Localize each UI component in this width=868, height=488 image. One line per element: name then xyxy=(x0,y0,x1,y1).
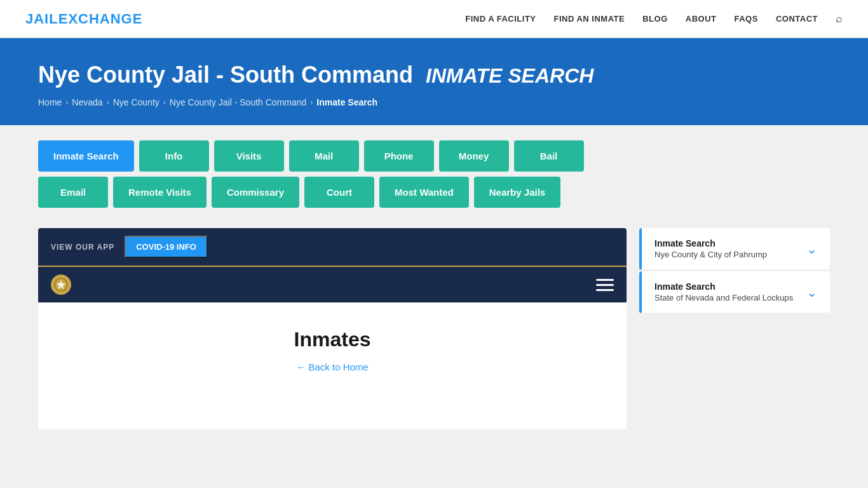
breadcrumb-sep-4: › xyxy=(310,98,313,107)
nav-find-inmate[interactable]: FIND AN INMATE xyxy=(554,14,625,24)
breadcrumb: Home › Nevada › Nye County › Nye County … xyxy=(38,97,830,107)
sidebar-card-1: Inmate Search Nye County & City of Pahru… xyxy=(639,228,830,270)
header: JAILEXCHANGE FIND A FACILITY FIND AN INM… xyxy=(0,0,868,38)
logo-x: E xyxy=(58,11,69,27)
tab-remote-visits[interactable]: Remote Visits xyxy=(113,177,207,208)
page-title: Nye County Jail - South Command INMATE S… xyxy=(38,61,830,88)
sidebar-item-1[interactable]: Inmate Search Nye County & City of Pahru… xyxy=(639,228,830,270)
tab-court[interactable]: Court xyxy=(304,177,374,208)
tab-most-wanted[interactable]: Most Wanted xyxy=(379,177,469,208)
content-section: VIEW OUR APP COVID-19 INFO Inmates ← Bac… xyxy=(0,213,868,455)
badge-icon xyxy=(51,274,71,295)
hamburger-menu[interactable] xyxy=(596,279,614,291)
sidebar-item-sub-1: Nye County & City of Pahrump xyxy=(654,250,767,259)
sidebar-item-text-1: Inmate Search Nye County & City of Pahru… xyxy=(654,238,767,259)
main-nav: FIND A FACILITY FIND AN INMATE BLOG ABOU… xyxy=(465,12,843,25)
nav-about[interactable]: ABOUT xyxy=(686,14,717,24)
iframe-body: Inmates ← Back to Home xyxy=(38,302,627,430)
tab-money[interactable]: Money xyxy=(439,140,509,172)
main-content: VIEW OUR APP COVID-19 INFO Inmates ← Bac… xyxy=(38,228,627,430)
iframe-nav-bar xyxy=(38,266,627,302)
sidebar-card-2: Inmate Search State of Nevada and Federa… xyxy=(639,271,830,313)
logo-exchange: XCHANGE xyxy=(68,11,142,27)
view-app-label: VIEW OUR APP xyxy=(51,243,114,252)
hero-title-suffix: INMATE SEARCH xyxy=(426,64,593,87)
breadcrumb-sep-3: › xyxy=(163,98,166,107)
tab-inmate-search[interactable]: Inmate Search xyxy=(38,140,134,172)
breadcrumb-home[interactable]: Home xyxy=(38,97,62,107)
nav-blog[interactable]: BLOG xyxy=(642,14,668,24)
sidebar-item-title-2: Inmate Search xyxy=(654,281,793,292)
sidebar-item-title-1: Inmate Search xyxy=(654,238,767,248)
back-to-home-link[interactable]: ← Back to Home xyxy=(296,362,368,372)
tab-bail[interactable]: Bail xyxy=(514,140,584,172)
tabs-section: Inmate Search Info Visits Mail Phone Mon… xyxy=(0,125,868,208)
badge-svg xyxy=(54,278,68,292)
hero-title-main: Nye County Jail - South Command xyxy=(38,62,413,88)
nav-find-facility[interactable]: FIND A FACILITY xyxy=(465,14,536,24)
breadcrumb-sep-2: › xyxy=(107,98,109,107)
hamburger-line-3 xyxy=(596,289,614,291)
sidebar: Inmate Search Nye County & City of Pahru… xyxy=(639,228,830,430)
tab-nearby-jails[interactable]: Nearby Jails xyxy=(474,177,560,208)
sidebar-item-sub-2: State of Nevada and Federal Lockups xyxy=(654,293,793,302)
tab-mail[interactable]: Mail xyxy=(289,140,359,172)
logo[interactable]: JAILEXCHANGE xyxy=(25,11,142,27)
iframe-top-bar: VIEW OUR APP COVID-19 INFO xyxy=(38,228,627,266)
sidebar-item-2[interactable]: Inmate Search State of Nevada and Federa… xyxy=(639,271,830,313)
breadcrumb-nye-county[interactable]: Nye County xyxy=(113,97,159,107)
nav-contact[interactable]: CONTACT xyxy=(776,14,818,24)
tab-commissary[interactable]: Commissary xyxy=(212,177,299,208)
tab-phone[interactable]: Phone xyxy=(364,140,434,172)
chevron-down-icon-2: ⌄ xyxy=(806,285,817,300)
tabs-row-1: Inmate Search Info Visits Mail Phone Mon… xyxy=(38,140,830,172)
hero-section: Nye County Jail - South Command INMATE S… xyxy=(0,38,868,125)
sidebar-item-text-2: Inmate Search State of Nevada and Federa… xyxy=(654,281,793,302)
breadcrumb-nevada[interactable]: Nevada xyxy=(72,97,102,107)
hamburger-line-1 xyxy=(596,279,614,281)
breadcrumb-sep-1: › xyxy=(65,98,68,107)
tab-info[interactable]: Info xyxy=(139,140,209,172)
nav-faqs[interactable]: FAQs xyxy=(735,14,758,24)
covid-info-button[interactable]: COVID-19 INFO xyxy=(125,236,208,258)
logo-jail: JAIL xyxy=(25,11,58,27)
chevron-down-icon-1: ⌄ xyxy=(806,241,817,257)
tab-email[interactable]: Email xyxy=(38,177,108,208)
breadcrumb-current: Inmate Search xyxy=(316,97,377,107)
inmates-heading: Inmates xyxy=(51,328,614,351)
tabs-row-2: Email Remote Visits Commissary Court Mos… xyxy=(38,177,830,208)
breadcrumb-facility[interactable]: Nye County Jail - South Command xyxy=(170,97,307,107)
search-icon[interactable]: ⌕ xyxy=(836,12,843,25)
tab-visits[interactable]: Visits xyxy=(214,140,284,172)
hamburger-line-2 xyxy=(596,284,614,286)
